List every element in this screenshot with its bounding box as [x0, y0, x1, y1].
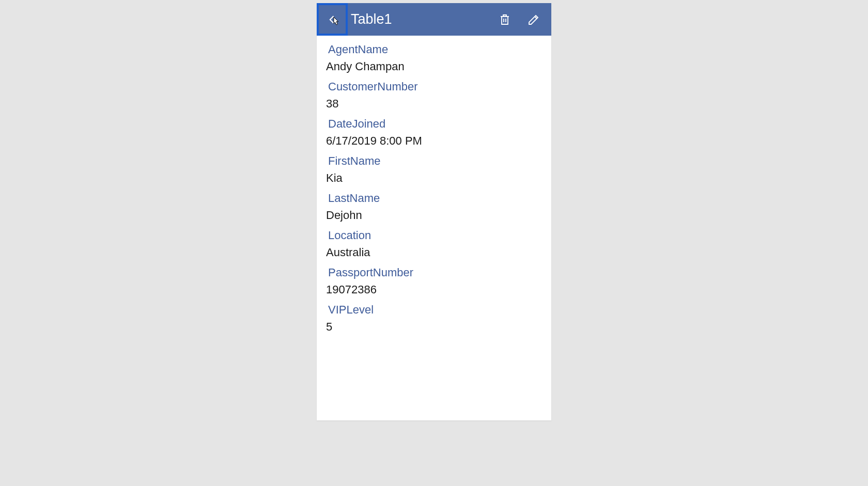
back-button[interactable]: [317, 3, 348, 36]
trash-icon: [499, 13, 511, 26]
field-datejoined: DateJoined 6/17/2019 8:00 PM: [328, 115, 540, 149]
field-location: Location Australia: [328, 227, 540, 261]
field-value: 38: [326, 95, 540, 112]
field-value: Andy Champan: [326, 58, 540, 75]
field-lastname: LastName Dejohn: [328, 190, 540, 224]
field-value: Kia: [326, 169, 540, 186]
field-label: CustomerNumber: [328, 78, 540, 95]
page-title: Table1: [351, 11, 498, 27]
header-actions: [498, 12, 551, 27]
field-label: VIPLevel: [328, 301, 540, 318]
field-agentname: AgentName Andy Champan: [328, 41, 540, 75]
field-firstname: FirstName Kia: [328, 152, 540, 186]
field-value: Dejohn: [326, 207, 540, 224]
field-label: FirstName: [328, 152, 540, 169]
field-label: AgentName: [328, 41, 540, 58]
field-label: PassportNumber: [328, 264, 540, 281]
field-value: 6/17/2019 8:00 PM: [326, 132, 540, 149]
field-passportnumber: PassportNumber 19072386: [328, 264, 540, 298]
detail-content: AgentName Andy Champan CustomerNumber 38…: [317, 36, 551, 338]
edit-button[interactable]: [526, 12, 541, 27]
field-label: LastName: [328, 190, 540, 207]
pencil-icon: [528, 13, 540, 26]
field-label: Location: [328, 227, 540, 244]
field-label: DateJoined: [328, 115, 540, 132]
delete-button[interactable]: [498, 12, 512, 27]
field-value: 5: [326, 318, 540, 335]
field-customernumber: CustomerNumber 38: [328, 78, 540, 112]
detail-card: Table1 AgentName Andy Cha: [317, 3, 551, 420]
field-value: 19072386: [326, 281, 540, 298]
header-bar: Table1: [317, 3, 551, 36]
field-viplevel: VIPLevel 5: [328, 301, 540, 335]
chevron-left-icon: [327, 13, 337, 26]
field-value: Australia: [326, 244, 540, 261]
